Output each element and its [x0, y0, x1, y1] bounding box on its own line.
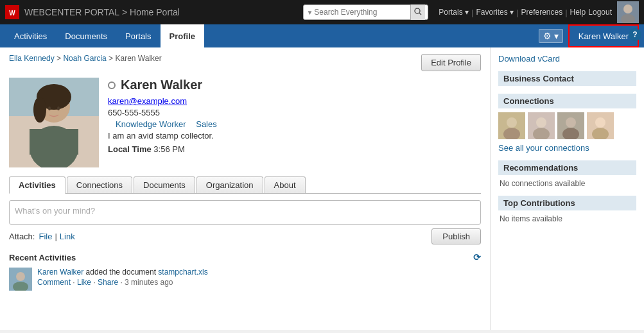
- app-logo: W: [5, 5, 19, 19]
- connection-avatar-3[interactable]: [557, 112, 584, 139]
- profile-bio: I am an avid stamp collector.: [108, 131, 481, 141]
- svg-text:W: W: [9, 10, 15, 17]
- sidebar-connections: Connections: [498, 94, 636, 153]
- recent-activities-title: Recent Activities: [9, 253, 76, 262]
- sidebar-vcard-section: Download vCard: [498, 54, 636, 64]
- breadcrumb: Ella Kennedy > Noah Garcia > Karen Walke…: [9, 54, 162, 63]
- portals-dropdown[interactable]: Portals ▾: [439, 8, 469, 17]
- nav-portals[interactable]: Portals: [116, 24, 160, 47]
- svg-point-15: [57, 107, 60, 110]
- activity-item: Karen Walker added the document stampcha…: [9, 268, 481, 291]
- nav-right: ⚙ ▾ Karen Walker: [539, 24, 639, 47]
- attach-file-link[interactable]: File: [39, 232, 52, 241]
- connection-avatar-4[interactable]: [587, 112, 614, 139]
- tab-documents[interactable]: Documents: [134, 176, 195, 193]
- app-title: WEBCENTER PORTAL > Home Portal: [24, 7, 180, 17]
- see-all-connections-link[interactable]: See all your connections: [498, 143, 636, 153]
- refresh-icon[interactable]: ⟳: [473, 252, 481, 262]
- svg-point-26: [566, 117, 576, 128]
- favorites-dropdown[interactable]: Favorites ▾: [476, 8, 514, 17]
- publish-button[interactable]: Publish: [431, 228, 481, 244]
- breadcrumb-noah[interactable]: Noah Garcia: [63, 54, 106, 63]
- svg-line-3: [419, 13, 421, 15]
- nav-bar: Activities Documents Portals Profile ⚙ ▾…: [0, 24, 644, 47]
- activity-content: Karen Walker added the document stampcha…: [37, 268, 208, 287]
- top-contributions-text: No items available: [498, 214, 636, 223]
- activity-footer: Attach: File | Link Publish: [9, 228, 481, 244]
- comment-link[interactable]: Comment: [37, 278, 71, 287]
- business-contact-heading: Business Contact: [498, 71, 636, 86]
- tab-organization[interactable]: Organization: [196, 176, 263, 193]
- breadcrumb-ella[interactable]: Ella Kennedy: [9, 54, 55, 63]
- connection-avatar-2[interactable]: [528, 112, 555, 139]
- main-content: Ella Kennedy > Noah Garcia > Karen Walke…: [0, 47, 490, 330]
- vcard-link[interactable]: Download vCard: [498, 54, 636, 64]
- activity-document-link[interactable]: stampchart.xls: [158, 268, 207, 277]
- connections-avatars: [498, 112, 636, 139]
- svg-point-2: [415, 8, 420, 13]
- sidebar-top-contributions: Top Contributions No items available: [498, 196, 636, 223]
- content-area: Ella Kennedy > Noah Garcia > Karen Walke…: [0, 47, 644, 330]
- breadcrumb-current: Karen Walker: [115, 54, 161, 63]
- search-input[interactable]: [314, 8, 410, 17]
- top-contributions-heading: Top Contributions: [498, 196, 636, 210]
- activity-user-link[interactable]: Karen Walker: [37, 268, 83, 277]
- connections-heading: Connections: [498, 94, 636, 108]
- top-nav-links: Portals ▾ | Favorites ▾ | Preferences | …: [439, 8, 612, 17]
- svg-point-14: [48, 107, 51, 110]
- profile-phone: 650-555-5555: [108, 108, 481, 117]
- top-user-avatar[interactable]: [617, 1, 639, 23]
- profile-role: Knowledge Worker Sales: [108, 119, 481, 129]
- nav-documents[interactable]: Documents: [56, 24, 116, 47]
- recent-activities-header: Recent Activities ⟳: [9, 252, 481, 262]
- help-icon[interactable]: ?: [629, 28, 641, 41]
- search-dropdown-icon: ▼: [306, 9, 313, 16]
- connection-avatar-1[interactable]: [498, 112, 525, 139]
- status-indicator: [108, 81, 116, 89]
- sidebar-business-contact: Business Contact: [498, 71, 636, 86]
- tab-about[interactable]: About: [265, 176, 306, 193]
- activity-time: 3 minutes ago: [125, 278, 173, 287]
- activity-placeholder: What's on your mind?: [15, 206, 95, 216]
- svg-point-23: [536, 117, 546, 128]
- profile-section: Karen Walker karen@example.com 650-555-5…: [9, 78, 481, 167]
- attach-link-link[interactable]: Link: [60, 232, 75, 241]
- profile-name: Karen Walker: [121, 78, 202, 92]
- nav-profile[interactable]: Profile: [161, 24, 204, 47]
- profile-info: Karen Walker karen@example.com 650-555-5…: [99, 78, 481, 154]
- svg-rect-11: [30, 129, 78, 155]
- like-link[interactable]: Like: [77, 278, 91, 287]
- gear-button[interactable]: ⚙ ▾: [539, 29, 563, 43]
- search-bar: ▼: [303, 4, 428, 20]
- profile-photo: [9, 78, 99, 167]
- recommendations-heading: Recommendations: [498, 160, 636, 175]
- recommendations-text: No connections available: [498, 179, 636, 188]
- tabs-row: Activities Connections Documents Organiz…: [9, 176, 481, 194]
- activity-thumb: [9, 268, 32, 291]
- preferences-link[interactable]: Preferences: [521, 8, 563, 17]
- edit-profile-button[interactable]: Edit Profile: [421, 54, 481, 71]
- svg-point-17: [16, 272, 25, 281]
- help-link[interactable]: Help: [570, 8, 586, 17]
- activity-actions: Comment · Like · Share · 3 minutes ago: [37, 278, 208, 287]
- profile-local-time: Local Time 3:56 PM: [108, 144, 481, 154]
- tab-activities[interactable]: Activities: [9, 176, 65, 194]
- svg-point-13: [33, 97, 46, 123]
- share-link[interactable]: Share: [98, 278, 118, 287]
- search-button[interactable]: [410, 4, 425, 20]
- svg-point-20: [507, 117, 517, 128]
- sidebar: Download vCard Business Contact Connecti…: [490, 47, 644, 330]
- logout-link[interactable]: Logout: [588, 8, 612, 17]
- profile-email-link[interactable]: karen@example.com: [108, 96, 187, 106]
- sidebar-recommendations: Recommendations No connections available: [498, 160, 636, 188]
- activity-text: Karen Walker added the document stampcha…: [37, 268, 208, 277]
- top-bar: W WEBCENTER PORTAL > Home Portal ▼ Porta…: [0, 0, 644, 24]
- tab-connections[interactable]: Connections: [67, 176, 132, 193]
- svg-point-29: [595, 117, 605, 128]
- svg-point-5: [623, 4, 632, 13]
- activity-input-box[interactable]: What's on your mind?: [9, 200, 481, 225]
- attach-label: Attach:: [9, 232, 35, 241]
- nav-activities[interactable]: Activities: [5, 24, 56, 47]
